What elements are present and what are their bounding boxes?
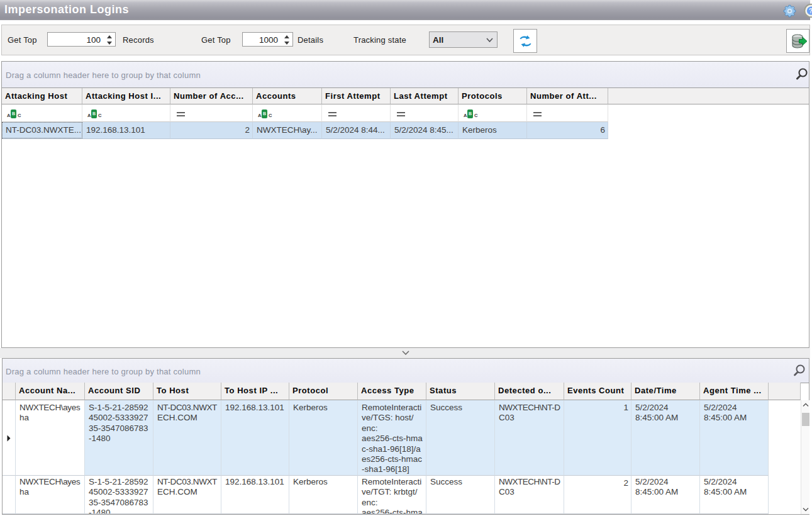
svg-text:?: ? xyxy=(809,8,812,14)
